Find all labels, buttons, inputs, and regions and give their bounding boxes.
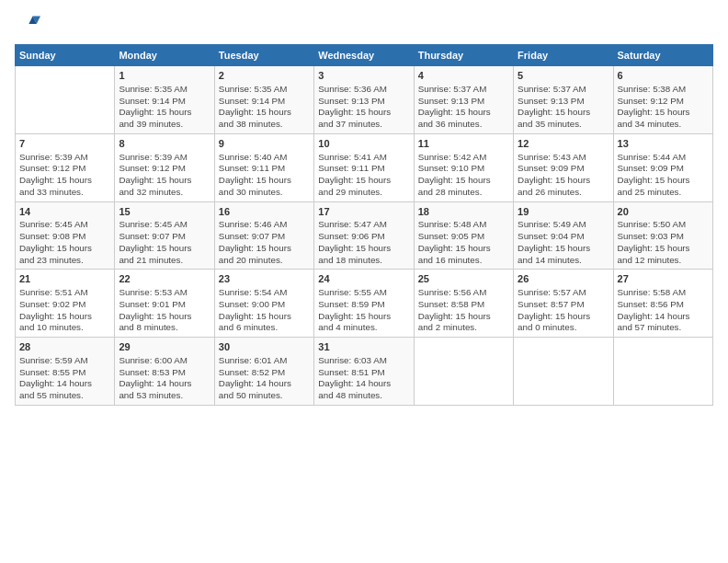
calendar-cell: 6Sunrise: 5:38 AMSunset: 9:12 PMDaylight… <box>613 66 712 134</box>
logo <box>15 11 44 37</box>
col-header-sunday: Sunday <box>16 45 115 66</box>
day-number: 31 <box>318 340 409 354</box>
calendar-cell: 22Sunrise: 5:53 AMSunset: 9:01 PMDayligh… <box>115 270 214 338</box>
day-number: 16 <box>219 205 310 219</box>
calendar-cell: 28Sunrise: 5:59 AMSunset: 8:55 PMDayligh… <box>16 338 115 406</box>
calendar-cell <box>16 66 115 134</box>
calendar-cell: 21Sunrise: 5:51 AMSunset: 9:02 PMDayligh… <box>16 270 115 338</box>
calendar-cell: 2Sunrise: 5:35 AMSunset: 9:14 PMDaylight… <box>214 66 313 134</box>
week-row-3: 14Sunrise: 5:45 AMSunset: 9:08 PMDayligh… <box>16 201 713 270</box>
col-header-monday: Monday <box>115 45 214 66</box>
calendar-cell: 14Sunrise: 5:45 AMSunset: 9:08 PMDayligh… <box>16 201 115 270</box>
calendar-cell: 9Sunrise: 5:40 AMSunset: 9:11 PMDaylight… <box>214 133 313 201</box>
calendar-cell: 26Sunrise: 5:57 AMSunset: 8:57 PMDayligh… <box>514 270 613 338</box>
page: SundayMondayTuesdayWednesdayThursdayFrid… <box>0 0 728 563</box>
day-number: 19 <box>518 205 609 219</box>
day-info: Sunrise: 5:56 AMSunset: 8:58 PMDaylight:… <box>418 287 509 334</box>
day-number: 20 <box>618 205 709 219</box>
day-number: 18 <box>418 205 509 219</box>
calendar-cell: 4Sunrise: 5:37 AMSunset: 9:13 PMDaylight… <box>414 66 513 134</box>
day-number: 8 <box>119 137 210 151</box>
day-number: 22 <box>119 272 210 286</box>
calendar-cell: 29Sunrise: 6:00 AMSunset: 8:53 PMDayligh… <box>115 338 214 406</box>
calendar-cell: 24Sunrise: 5:55 AMSunset: 8:59 PMDayligh… <box>314 270 414 338</box>
calendar-cell: 3Sunrise: 5:36 AMSunset: 9:13 PMDaylight… <box>314 66 414 134</box>
day-number: 9 <box>219 137 310 151</box>
day-number: 21 <box>19 272 110 286</box>
day-number: 1 <box>119 69 210 83</box>
week-row-4: 21Sunrise: 5:51 AMSunset: 9:02 PMDayligh… <box>16 270 713 338</box>
day-number: 3 <box>318 69 409 83</box>
day-info: Sunrise: 5:41 AMSunset: 9:11 PMDaylight:… <box>318 152 409 199</box>
day-info: Sunrise: 5:49 AMSunset: 9:04 PMDaylight:… <box>518 219 609 266</box>
col-header-friday: Friday <box>514 45 613 66</box>
calendar-cell: 5Sunrise: 5:37 AMSunset: 9:13 PMDaylight… <box>514 66 613 134</box>
week-row-2: 7Sunrise: 5:39 AMSunset: 9:12 PMDaylight… <box>16 133 713 201</box>
day-info: Sunrise: 5:36 AMSunset: 9:13 PMDaylight:… <box>318 84 409 131</box>
day-info: Sunrise: 5:45 AMSunset: 9:07 PMDaylight:… <box>119 219 210 266</box>
day-info: Sunrise: 5:45 AMSunset: 9:08 PMDaylight:… <box>19 219 110 266</box>
calendar-cell: 20Sunrise: 5:50 AMSunset: 9:03 PMDayligh… <box>613 201 712 270</box>
day-info: Sunrise: 5:53 AMSunset: 9:01 PMDaylight:… <box>119 287 210 334</box>
day-info: Sunrise: 5:59 AMSunset: 8:55 PMDaylight:… <box>19 355 110 402</box>
calendar-cell: 10Sunrise: 5:41 AMSunset: 9:11 PMDayligh… <box>314 133 414 201</box>
day-info: Sunrise: 5:42 AMSunset: 9:10 PMDaylight:… <box>418 152 509 199</box>
calendar-table: SundayMondayTuesdayWednesdayThursdayFrid… <box>15 44 713 406</box>
calendar-cell <box>514 338 613 406</box>
day-info: Sunrise: 5:55 AMSunset: 8:59 PMDaylight:… <box>318 287 409 334</box>
day-info: Sunrise: 5:39 AMSunset: 9:12 PMDaylight:… <box>119 152 210 199</box>
col-header-wednesday: Wednesday <box>314 45 414 66</box>
day-number: 4 <box>418 69 509 83</box>
day-number: 12 <box>518 137 609 151</box>
day-number: 25 <box>418 272 509 286</box>
calendar-cell: 19Sunrise: 5:49 AMSunset: 9:04 PMDayligh… <box>514 201 613 270</box>
calendar-cell: 17Sunrise: 5:47 AMSunset: 9:06 PMDayligh… <box>314 201 414 270</box>
day-number: 14 <box>19 205 110 219</box>
day-number: 13 <box>618 137 709 151</box>
calendar-cell <box>613 338 712 406</box>
calendar-cell: 30Sunrise: 6:01 AMSunset: 8:52 PMDayligh… <box>214 338 313 406</box>
day-info: Sunrise: 5:39 AMSunset: 9:12 PMDaylight:… <box>19 152 110 199</box>
day-info: Sunrise: 5:51 AMSunset: 9:02 PMDaylight:… <box>19 287 110 334</box>
day-number: 17 <box>318 205 409 219</box>
calendar-cell: 18Sunrise: 5:48 AMSunset: 9:05 PMDayligh… <box>414 201 513 270</box>
day-info: Sunrise: 5:35 AMSunset: 9:14 PMDaylight:… <box>119 84 210 131</box>
col-header-tuesday: Tuesday <box>214 45 313 66</box>
week-row-5: 28Sunrise: 5:59 AMSunset: 8:55 PMDayligh… <box>16 338 713 406</box>
day-number: 10 <box>318 137 409 151</box>
day-info: Sunrise: 5:37 AMSunset: 9:13 PMDaylight:… <box>518 84 609 131</box>
day-info: Sunrise: 5:40 AMSunset: 9:11 PMDaylight:… <box>219 152 310 199</box>
day-number: 11 <box>418 137 509 151</box>
calendar-cell: 27Sunrise: 5:58 AMSunset: 8:56 PMDayligh… <box>613 270 712 338</box>
calendar-cell: 8Sunrise: 5:39 AMSunset: 9:12 PMDaylight… <box>115 133 214 201</box>
day-info: Sunrise: 5:50 AMSunset: 9:03 PMDaylight:… <box>618 219 709 266</box>
day-info: Sunrise: 5:48 AMSunset: 9:05 PMDaylight:… <box>418 219 509 266</box>
calendar-cell: 12Sunrise: 5:43 AMSunset: 9:09 PMDayligh… <box>514 133 613 201</box>
day-info: Sunrise: 5:46 AMSunset: 9:07 PMDaylight:… <box>219 219 310 266</box>
day-number: 27 <box>618 272 709 286</box>
day-number: 15 <box>119 205 210 219</box>
calendar-cell: 16Sunrise: 5:46 AMSunset: 9:07 PMDayligh… <box>214 201 313 270</box>
week-row-1: 1Sunrise: 5:35 AMSunset: 9:14 PMDaylight… <box>16 66 713 134</box>
day-info: Sunrise: 5:35 AMSunset: 9:14 PMDaylight:… <box>219 84 310 131</box>
col-header-saturday: Saturday <box>613 45 712 66</box>
day-info: Sunrise: 5:54 AMSunset: 9:00 PMDaylight:… <box>219 287 310 334</box>
day-info: Sunrise: 5:57 AMSunset: 8:57 PMDaylight:… <box>518 287 609 334</box>
day-info: Sunrise: 6:03 AMSunset: 8:51 PMDaylight:… <box>318 355 409 402</box>
day-info: Sunrise: 5:58 AMSunset: 8:56 PMDaylight:… <box>618 287 709 334</box>
header-row: SundayMondayTuesdayWednesdayThursdayFrid… <box>16 45 713 66</box>
day-number: 23 <box>219 272 310 286</box>
day-number: 26 <box>518 272 609 286</box>
calendar-cell <box>414 338 513 406</box>
calendar-cell: 1Sunrise: 5:35 AMSunset: 9:14 PMDaylight… <box>115 66 214 134</box>
day-number: 7 <box>19 137 110 151</box>
day-number: 30 <box>219 340 310 354</box>
day-info: Sunrise: 5:43 AMSunset: 9:09 PMDaylight:… <box>518 152 609 199</box>
col-header-thursday: Thursday <box>414 45 513 66</box>
day-info: Sunrise: 5:37 AMSunset: 9:13 PMDaylight:… <box>418 84 509 131</box>
day-info: Sunrise: 5:44 AMSunset: 9:09 PMDaylight:… <box>618 152 709 199</box>
logo-icon <box>15 11 40 37</box>
calendar-cell: 31Sunrise: 6:03 AMSunset: 8:51 PMDayligh… <box>314 338 414 406</box>
day-info: Sunrise: 6:01 AMSunset: 8:52 PMDaylight:… <box>219 355 310 402</box>
header <box>15 11 713 37</box>
